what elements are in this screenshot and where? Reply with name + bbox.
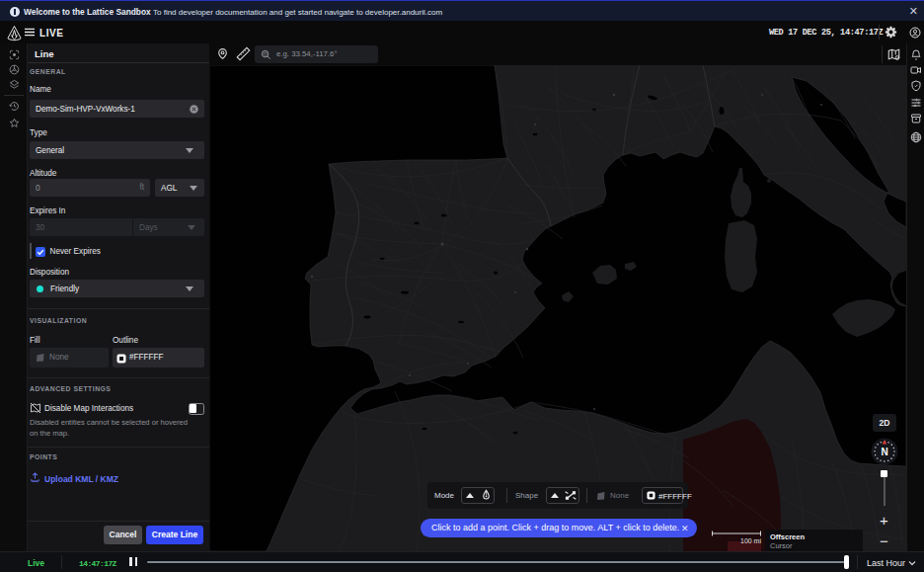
svg-text:N: N: [881, 447, 887, 457]
